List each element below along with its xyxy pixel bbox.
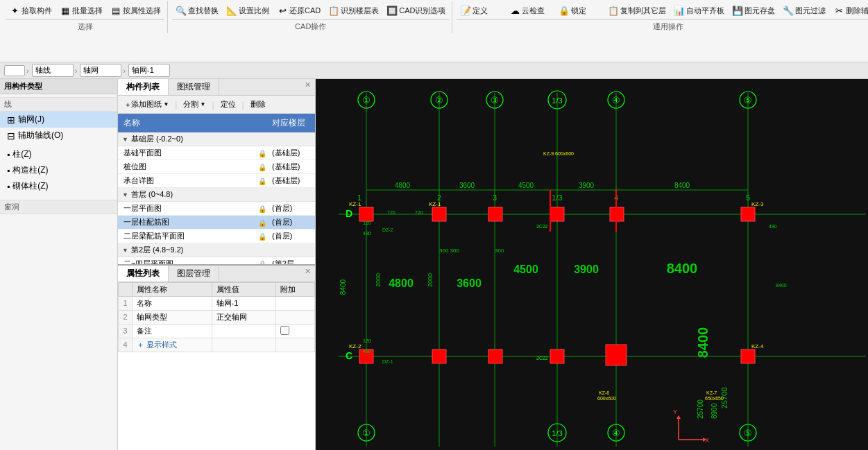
- props-value-3[interactable]: [212, 324, 275, 338]
- dl-row-1[interactable]: 基础平面图 🔒 (基础层): [118, 146, 315, 160]
- dim-25700: 25700: [697, 399, 704, 419]
- cloud-check-btn[interactable]: ☁ 云检查: [506, 3, 554, 18]
- x-label: X: [705, 437, 709, 444]
- label-1: ①: [362, 95, 371, 105]
- props-extra-2: [275, 310, 314, 324]
- struct-col-icon: ▪: [7, 166, 10, 175]
- tab-props[interactable]: 属性列表: [118, 266, 169, 282]
- tab-drawing-list[interactable]: 构件列表: [118, 79, 169, 95]
- locate-btn[interactable]: 定位: [216, 97, 241, 112]
- dl-floor-7: (第2层...: [266, 257, 315, 264]
- bc-item-4: 轴网-1: [128, 64, 170, 77]
- lock-btn[interactable]: 🔒 锁定: [555, 3, 604, 18]
- dim-3600: 3600: [459, 182, 475, 189]
- props-row-1: 1 名称 轴网-1: [119, 296, 315, 310]
- props-col-extra: 附加: [275, 282, 314, 296]
- dl-floor-1: (基础层): [266, 146, 315, 159]
- left-item-aux-axis[interactable]: ⊟ 辅助轴线(O): [0, 128, 117, 144]
- del-aux-btn[interactable]: ✂ 删除辅轴: [830, 3, 868, 18]
- set-scale-icon: 📐: [226, 5, 237, 16]
- restore-cad-btn[interactable]: ↩ 还原CAD: [273, 3, 324, 18]
- pick-btn[interactable]: ✦ 拾取构件: [6, 3, 56, 18]
- left-item-col[interactable]: ▪ 柱(Z): [0, 146, 117, 162]
- dl-name-3: 承台详图: [118, 174, 253, 187]
- dl-floor-5: (首层): [266, 216, 315, 229]
- batch-select-btn[interactable]: ▦ 批量选择: [56, 3, 106, 18]
- bc-item-1: ›: [4, 65, 29, 76]
- general-group-label: 通用操作: [457, 19, 868, 32]
- tab-layer-mgmt-top[interactable]: 图纸管理: [169, 79, 219, 95]
- center-panel: 构件列表 图纸管理 ✕ + 添加图纸 | 分割 | 定位 | 删: [118, 79, 316, 450]
- find-replace-btn[interactable]: 🔍 查找替换: [172, 3, 222, 18]
- cad-identify-btn[interactable]: 🔲 CAD识别选项: [383, 3, 449, 18]
- bc-sep-3: ›: [123, 67, 126, 75]
- dl-row-4[interactable]: 一层平面图 🔒 (首层): [118, 202, 315, 216]
- dl-row-3[interactable]: 承台详图 🔒 (基础层): [118, 174, 315, 188]
- drawing-list-tabs: 构件列表 图纸管理 ✕: [118, 79, 315, 96]
- props-name-1: 名称: [133, 296, 212, 310]
- props-value-1[interactable]: 轴网-1: [212, 296, 275, 310]
- kz6-detail: 600x600: [597, 396, 616, 401]
- left-item-grid[interactable]: ⊞ 轴网(J): [0, 112, 117, 128]
- elem-filter-btn[interactable]: 🔧 图元过滤: [779, 3, 829, 18]
- left-section-line-label: 线: [4, 100, 12, 108]
- props-name-4[interactable]: ＋ 显示样式: [133, 338, 212, 352]
- delete-drawing-btn[interactable]: 删除: [246, 97, 271, 112]
- sm-dim-300: 300 300: [439, 248, 459, 254]
- elem-store-btn[interactable]: 💾 图元存盘: [729, 3, 778, 18]
- left-item-struct-col[interactable]: ▪ 构造柱(Z): [0, 162, 117, 178]
- bc-dropdown-2[interactable]: 轴线: [32, 64, 74, 77]
- bc-dropdown-3[interactable]: 轴网: [80, 64, 121, 77]
- add-drawing-btn[interactable]: + 添加图纸: [121, 97, 173, 112]
- group-first[interactable]: ▼ 首层 (0~4.8): [118, 188, 315, 202]
- header-name: 名称: [118, 116, 253, 130]
- dl-row-2[interactable]: 桩位图 🔒 (基础层): [118, 160, 315, 174]
- identify-layers-label: 识别楼层表: [341, 6, 379, 16]
- dim-large-8400: 8400: [667, 261, 698, 276]
- drawing-list-close[interactable]: ✕: [300, 79, 315, 95]
- by-prop-btn[interactable]: ▤ 按属性选择: [107, 3, 164, 18]
- identify-layers-btn[interactable]: 📋 识别楼层表: [325, 3, 382, 18]
- dz-label2: DZ-1: [382, 359, 393, 364]
- dl-floor-2: (基础层): [266, 160, 315, 173]
- batch-icon: ▦: [60, 5, 71, 16]
- props-row-2: 2 轴网类型 正交轴网: [119, 310, 315, 324]
- props-value-2[interactable]: 正交轴网: [212, 310, 275, 324]
- bc-dropdown-1[interactable]: [4, 65, 25, 76]
- dl-row-6[interactable]: 二层梁配筋平面图 🔒 (首层): [118, 230, 315, 243]
- dl-lock-3: 🔒: [253, 175, 266, 187]
- props-col-value: 属性值: [212, 282, 275, 296]
- dl-row-7[interactable]: 二~四层平面图 🔒 (第2层...: [118, 257, 315, 264]
- props-extra-3[interactable]: [275, 324, 314, 338]
- props-row-3: 3 备注: [119, 324, 315, 338]
- props-row-4: 4 ＋ 显示样式: [119, 338, 315, 352]
- tab-layer-mgmt-bottom[interactable]: 图层管理: [169, 266, 219, 282]
- props-checkbox-3[interactable]: [280, 326, 289, 335]
- dl-row-5[interactable]: 一层柱配筋图 🔒 (首层): [118, 216, 315, 230]
- kz-label-5C: KZ-4: [751, 343, 764, 349]
- bc-dropdown-4[interactable]: 轴网-1: [128, 64, 170, 77]
- lock-icon-1: 🔒: [258, 149, 266, 157]
- set-scale-btn[interactable]: 📐 设置比例: [223, 3, 273, 18]
- label-1-3-b: 1/3: [552, 429, 562, 438]
- group-second[interactable]: ▼ 第2层 (4.8~9.2): [118, 243, 315, 257]
- find-replace-label: 查找替换: [188, 6, 219, 16]
- drawing-list-panel: 构件列表 图纸管理 ✕ + 添加图纸 | 分割 | 定位 | 删: [118, 79, 315, 266]
- dl-name-7: 二~四层平面图: [118, 257, 253, 264]
- dl-floor-6: (首层): [266, 230, 315, 243]
- props-extra-4: [275, 338, 314, 352]
- split-drawing-btn[interactable]: 分割: [178, 97, 210, 112]
- define-btn[interactable]: 📝 定义: [457, 3, 505, 18]
- elem-store-icon: 💾: [732, 5, 743, 16]
- second-tri: ▼: [122, 247, 128, 254]
- props-close[interactable]: ✕: [300, 266, 315, 282]
- dim-120b: 120: [363, 338, 371, 343]
- cad-canvas[interactable]: ① ② ③ 1/3 ④ ⑤ ① 1/3 ④ ⑤ D C 1: [316, 79, 868, 450]
- dim-720: 720: [387, 210, 395, 215]
- num-1-3: 1/3: [552, 193, 562, 202]
- batch-label: 批量选择: [72, 6, 103, 16]
- copy-other-btn[interactable]: 📋 复制到其它层: [604, 3, 670, 18]
- left-item-brick-col[interactable]: ▪ 砌体柱(Z): [0, 178, 117, 194]
- auto-level-btn[interactable]: 📊 自动平齐板: [670, 3, 728, 18]
- group-foundation[interactable]: ▼ 基础层 (-0.2~0): [118, 132, 315, 146]
